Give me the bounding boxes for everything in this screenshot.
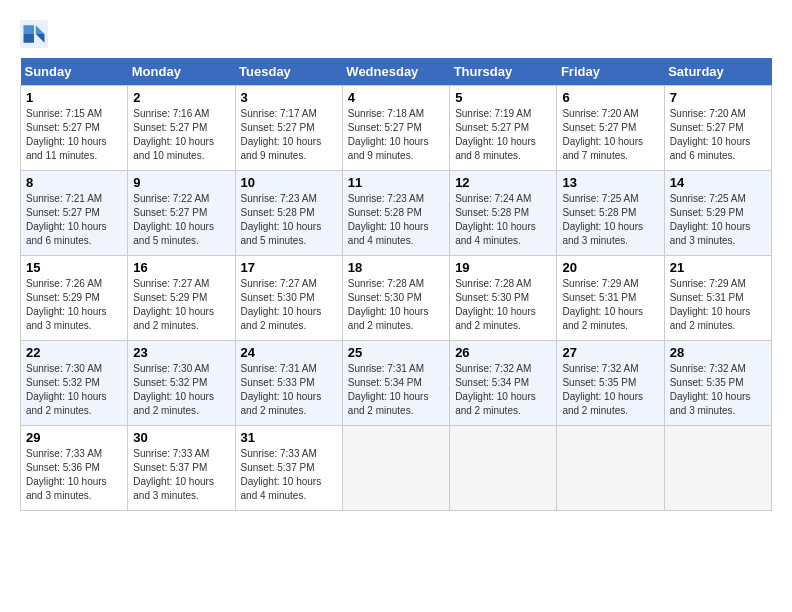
calendar-cell: 14Sunrise: 7:25 AM Sunset: 5:29 PM Dayli…	[664, 171, 771, 256]
day-number: 9	[133, 175, 229, 190]
logo-icon	[20, 20, 48, 48]
day-number: 1	[26, 90, 122, 105]
day-number: 15	[26, 260, 122, 275]
day-info: Sunrise: 7:20 AM Sunset: 5:27 PM Dayligh…	[562, 107, 658, 163]
calendar-cell: 20Sunrise: 7:29 AM Sunset: 5:31 PM Dayli…	[557, 256, 664, 341]
day-number: 25	[348, 345, 444, 360]
day-info: Sunrise: 7:32 AM Sunset: 5:35 PM Dayligh…	[562, 362, 658, 418]
calendar-cell: 9Sunrise: 7:22 AM Sunset: 5:27 PM Daylig…	[128, 171, 235, 256]
day-info: Sunrise: 7:17 AM Sunset: 5:27 PM Dayligh…	[241, 107, 337, 163]
calendar-cell: 18Sunrise: 7:28 AM Sunset: 5:30 PM Dayli…	[342, 256, 449, 341]
calendar-cell: 11Sunrise: 7:23 AM Sunset: 5:28 PM Dayli…	[342, 171, 449, 256]
calendar-cell: 16Sunrise: 7:27 AM Sunset: 5:29 PM Dayli…	[128, 256, 235, 341]
calendar-cell: 10Sunrise: 7:23 AM Sunset: 5:28 PM Dayli…	[235, 171, 342, 256]
header-monday: Monday	[128, 58, 235, 86]
calendar-week-row: 29Sunrise: 7:33 AM Sunset: 5:36 PM Dayli…	[21, 426, 772, 511]
calendar-cell: 19Sunrise: 7:28 AM Sunset: 5:30 PM Dayli…	[450, 256, 557, 341]
day-info: Sunrise: 7:18 AM Sunset: 5:27 PM Dayligh…	[348, 107, 444, 163]
day-info: Sunrise: 7:15 AM Sunset: 5:27 PM Dayligh…	[26, 107, 122, 163]
day-info: Sunrise: 7:30 AM Sunset: 5:32 PM Dayligh…	[26, 362, 122, 418]
day-info: Sunrise: 7:33 AM Sunset: 5:37 PM Dayligh…	[241, 447, 337, 503]
logo	[20, 20, 52, 48]
day-info: Sunrise: 7:28 AM Sunset: 5:30 PM Dayligh…	[455, 277, 551, 333]
day-number: 23	[133, 345, 229, 360]
calendar-cell: 4Sunrise: 7:18 AM Sunset: 5:27 PM Daylig…	[342, 86, 449, 171]
day-number: 21	[670, 260, 766, 275]
header-saturday: Saturday	[664, 58, 771, 86]
calendar-cell: 2Sunrise: 7:16 AM Sunset: 5:27 PM Daylig…	[128, 86, 235, 171]
calendar-cell: 13Sunrise: 7:25 AM Sunset: 5:28 PM Dayli…	[557, 171, 664, 256]
day-number: 26	[455, 345, 551, 360]
day-info: Sunrise: 7:30 AM Sunset: 5:32 PM Dayligh…	[133, 362, 229, 418]
day-info: Sunrise: 7:16 AM Sunset: 5:27 PM Dayligh…	[133, 107, 229, 163]
day-info: Sunrise: 7:27 AM Sunset: 5:29 PM Dayligh…	[133, 277, 229, 333]
day-number: 30	[133, 430, 229, 445]
calendar-cell: 26Sunrise: 7:32 AM Sunset: 5:34 PM Dayli…	[450, 341, 557, 426]
day-info: Sunrise: 7:25 AM Sunset: 5:29 PM Dayligh…	[670, 192, 766, 248]
day-info: Sunrise: 7:23 AM Sunset: 5:28 PM Dayligh…	[348, 192, 444, 248]
calendar-cell: 3Sunrise: 7:17 AM Sunset: 5:27 PM Daylig…	[235, 86, 342, 171]
header-wednesday: Wednesday	[342, 58, 449, 86]
day-info: Sunrise: 7:33 AM Sunset: 5:37 PM Dayligh…	[133, 447, 229, 503]
day-number: 20	[562, 260, 658, 275]
day-number: 12	[455, 175, 551, 190]
calendar-cell: 12Sunrise: 7:24 AM Sunset: 5:28 PM Dayli…	[450, 171, 557, 256]
header-thursday: Thursday	[450, 58, 557, 86]
day-info: Sunrise: 7:21 AM Sunset: 5:27 PM Dayligh…	[26, 192, 122, 248]
page-header	[20, 20, 772, 48]
calendar-cell: 22Sunrise: 7:30 AM Sunset: 5:32 PM Dayli…	[21, 341, 128, 426]
day-info: Sunrise: 7:27 AM Sunset: 5:30 PM Dayligh…	[241, 277, 337, 333]
calendar-cell: 23Sunrise: 7:30 AM Sunset: 5:32 PM Dayli…	[128, 341, 235, 426]
svg-rect-4	[24, 34, 35, 43]
calendar-cell: 6Sunrise: 7:20 AM Sunset: 5:27 PM Daylig…	[557, 86, 664, 171]
day-info: Sunrise: 7:22 AM Sunset: 5:27 PM Dayligh…	[133, 192, 229, 248]
calendar-cell: 1Sunrise: 7:15 AM Sunset: 5:27 PM Daylig…	[21, 86, 128, 171]
calendar-cell: 7Sunrise: 7:20 AM Sunset: 5:27 PM Daylig…	[664, 86, 771, 171]
day-number: 13	[562, 175, 658, 190]
day-number: 24	[241, 345, 337, 360]
calendar-cell: 30Sunrise: 7:33 AM Sunset: 5:37 PM Dayli…	[128, 426, 235, 511]
calendar-cell: 17Sunrise: 7:27 AM Sunset: 5:30 PM Dayli…	[235, 256, 342, 341]
day-number: 17	[241, 260, 337, 275]
day-number: 2	[133, 90, 229, 105]
day-info: Sunrise: 7:25 AM Sunset: 5:28 PM Dayligh…	[562, 192, 658, 248]
day-number: 29	[26, 430, 122, 445]
calendar-cell	[450, 426, 557, 511]
day-number: 11	[348, 175, 444, 190]
calendar-cell: 24Sunrise: 7:31 AM Sunset: 5:33 PM Dayli…	[235, 341, 342, 426]
calendar-cell: 29Sunrise: 7:33 AM Sunset: 5:36 PM Dayli…	[21, 426, 128, 511]
day-number: 18	[348, 260, 444, 275]
day-number: 4	[348, 90, 444, 105]
day-info: Sunrise: 7:32 AM Sunset: 5:34 PM Dayligh…	[455, 362, 551, 418]
day-info: Sunrise: 7:33 AM Sunset: 5:36 PM Dayligh…	[26, 447, 122, 503]
calendar-cell: 15Sunrise: 7:26 AM Sunset: 5:29 PM Dayli…	[21, 256, 128, 341]
day-number: 19	[455, 260, 551, 275]
day-number: 16	[133, 260, 229, 275]
day-info: Sunrise: 7:19 AM Sunset: 5:27 PM Dayligh…	[455, 107, 551, 163]
day-number: 6	[562, 90, 658, 105]
day-info: Sunrise: 7:24 AM Sunset: 5:28 PM Dayligh…	[455, 192, 551, 248]
calendar-cell: 21Sunrise: 7:29 AM Sunset: 5:31 PM Dayli…	[664, 256, 771, 341]
calendar-cell	[664, 426, 771, 511]
day-number: 10	[241, 175, 337, 190]
day-number: 7	[670, 90, 766, 105]
header-tuesday: Tuesday	[235, 58, 342, 86]
calendar-week-row: 1Sunrise: 7:15 AM Sunset: 5:27 PM Daylig…	[21, 86, 772, 171]
day-info: Sunrise: 7:31 AM Sunset: 5:33 PM Dayligh…	[241, 362, 337, 418]
calendar-cell: 31Sunrise: 7:33 AM Sunset: 5:37 PM Dayli…	[235, 426, 342, 511]
day-number: 27	[562, 345, 658, 360]
day-info: Sunrise: 7:20 AM Sunset: 5:27 PM Dayligh…	[670, 107, 766, 163]
day-number: 14	[670, 175, 766, 190]
calendar-week-row: 15Sunrise: 7:26 AM Sunset: 5:29 PM Dayli…	[21, 256, 772, 341]
day-number: 8	[26, 175, 122, 190]
calendar-header-row: SundayMondayTuesdayWednesdayThursdayFrid…	[21, 58, 772, 86]
day-info: Sunrise: 7:26 AM Sunset: 5:29 PM Dayligh…	[26, 277, 122, 333]
calendar-table: SundayMondayTuesdayWednesdayThursdayFrid…	[20, 58, 772, 511]
day-info: Sunrise: 7:29 AM Sunset: 5:31 PM Dayligh…	[670, 277, 766, 333]
calendar-week-row: 22Sunrise: 7:30 AM Sunset: 5:32 PM Dayli…	[21, 341, 772, 426]
day-info: Sunrise: 7:32 AM Sunset: 5:35 PM Dayligh…	[670, 362, 766, 418]
calendar-cell	[342, 426, 449, 511]
day-number: 5	[455, 90, 551, 105]
calendar-cell	[557, 426, 664, 511]
day-number: 3	[241, 90, 337, 105]
